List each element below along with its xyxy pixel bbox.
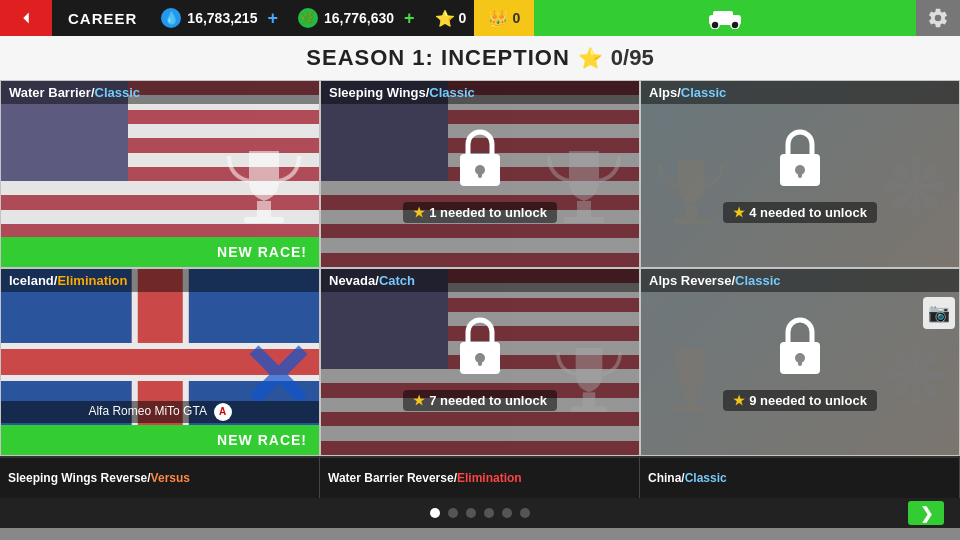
svg-rect-16 bbox=[798, 170, 802, 178]
cell-alps-reverse-mode: Classic bbox=[735, 273, 781, 288]
new-race-iceland[interactable]: NEW RACE! bbox=[1, 425, 319, 455]
dot-1[interactable] bbox=[430, 508, 440, 518]
crown-count: 0 bbox=[512, 10, 520, 26]
dot-2[interactable] bbox=[448, 508, 458, 518]
lock-content-nevada: ★ 7 needed to unlock bbox=[403, 314, 557, 411]
lock-content-alps: ★ 4 needed to unlock bbox=[723, 126, 877, 223]
lock-overlay-sleeping-wings: ★ 1 needed to unlock bbox=[321, 81, 639, 267]
add-green-button[interactable]: + bbox=[400, 8, 419, 29]
pagination-bar: ❯ bbox=[0, 498, 960, 528]
unlock-text-alps-reverse: ★ 9 needed to unlock bbox=[723, 390, 877, 411]
svg-rect-21 bbox=[478, 358, 482, 366]
car-label-iceland: Alfa Romeo MiTo GTA Α bbox=[1, 401, 319, 423]
svg-point-3 bbox=[731, 21, 739, 29]
svg-rect-11 bbox=[478, 170, 482, 178]
season-progress: 0/95 bbox=[611, 45, 654, 71]
car-button[interactable] bbox=[534, 0, 916, 36]
lock-overlay-alps: ★ 4 needed to unlock bbox=[641, 81, 959, 267]
star-icon: ⭐ bbox=[435, 9, 455, 28]
bottom-label-2: Water Barrier Reverse/Elimination bbox=[328, 471, 522, 485]
green-currency-icon: 🌿 bbox=[298, 8, 318, 28]
cell-nevada[interactable]: Nevada/Catch ★ 7 needed to unlock bbox=[320, 268, 640, 456]
lock-overlay-nevada: ★ 7 needed to unlock bbox=[321, 269, 639, 455]
season-title-bar: SEASON 1: INCEPTION ⭐ 0/95 bbox=[0, 36, 960, 80]
grid-area: Water Barrier/Classic NEW RACE! Sleeping… bbox=[0, 80, 960, 498]
camera-badge: 📷 bbox=[923, 297, 955, 329]
back-button[interactable] bbox=[0, 0, 52, 36]
gear-button[interactable] bbox=[916, 0, 960, 36]
cell-alps-mode: Classic bbox=[681, 85, 727, 100]
cell-sleeping-wings-mode: Classic bbox=[429, 85, 475, 100]
crown-icon: 👑 bbox=[488, 9, 508, 28]
cell-alps-reverse[interactable]: ❋ 📷 Alps Reverse/Classic ★ bbox=[640, 268, 960, 456]
bottom-china[interactable]: China/Classic bbox=[640, 456, 960, 498]
lock-content: ★ 1 needed to unlock bbox=[403, 126, 557, 223]
next-button[interactable]: ❯ bbox=[908, 501, 944, 525]
green-currency-group: 🌿 16,776,630 + bbox=[290, 8, 427, 29]
cell-alps-label: Alps/Classic bbox=[641, 81, 959, 104]
cell-water-barrier[interactable]: Water Barrier/Classic NEW RACE! bbox=[0, 80, 320, 268]
lock-content-alps-reverse: ★ 9 needed to unlock bbox=[723, 314, 877, 411]
cell-water-barrier-mode: Classic bbox=[95, 85, 141, 100]
pagination-dots bbox=[52, 508, 908, 518]
svg-point-2 bbox=[711, 21, 719, 29]
season-star-icon: ⭐ bbox=[578, 46, 603, 70]
blue-currency-value: 16,783,215 bbox=[187, 10, 257, 26]
cell-nevada-mode: Catch bbox=[379, 273, 415, 288]
star-count: 0 bbox=[459, 10, 467, 26]
crown-button[interactable]: 👑 0 bbox=[474, 0, 534, 36]
cell-water-barrier-label: Water Barrier/Classic bbox=[1, 81, 319, 104]
new-race-water-barrier[interactable]: NEW RACE! bbox=[1, 237, 319, 267]
dot-6[interactable] bbox=[520, 508, 530, 518]
unlock-text-sleeping-wings: ★ 1 needed to unlock bbox=[403, 202, 557, 223]
svg-rect-26 bbox=[798, 358, 802, 366]
cell-iceland-label: Iceland/Elimination bbox=[1, 269, 319, 292]
bottom-label-3: China/Classic bbox=[648, 471, 727, 485]
svg-rect-4 bbox=[257, 201, 271, 217]
career-label: CAREER bbox=[52, 10, 153, 27]
bottom-water-barrier-reverse[interactable]: Water Barrier Reverse/Elimination bbox=[320, 456, 640, 498]
cell-iceland-mode: Elimination bbox=[57, 273, 127, 288]
blue-currency-group: 💧 16,783,215 + bbox=[153, 8, 290, 29]
top-bar: CAREER 💧 16,783,215 + 🌿 16,776,630 + ⭐ 0… bbox=[0, 0, 960, 36]
bottom-label-1: Sleeping Wings Reverse/Versus bbox=[8, 471, 190, 485]
bottom-sleeping-wings-reverse[interactable]: Sleeping Wings Reverse/Versus bbox=[0, 456, 320, 498]
cell-sleeping-wings-label: Sleeping Wings/Classic bbox=[321, 81, 639, 104]
unlock-text-alps: ★ 4 needed to unlock bbox=[723, 202, 877, 223]
blue-currency-icon: 💧 bbox=[161, 8, 181, 28]
cell-sleeping-wings[interactable]: Sleeping Wings/Classic ★ 1 needed to unl… bbox=[320, 80, 640, 268]
unlock-text-nevada: ★ 7 needed to unlock bbox=[403, 390, 557, 411]
cell-iceland[interactable]: ✕ Iceland/Elimination Alfa Romeo MiTo GT… bbox=[0, 268, 320, 456]
cell-alps[interactable]: ❋ Alps/Classic ★ bbox=[640, 80, 960, 268]
dot-5[interactable] bbox=[502, 508, 512, 518]
cell-nevada-label: Nevada/Catch bbox=[321, 269, 639, 292]
add-blue-button[interactable]: + bbox=[263, 8, 282, 29]
cell-alps-reverse-label: Alps Reverse/Classic bbox=[641, 269, 959, 292]
green-currency-value: 16,776,630 bbox=[324, 10, 394, 26]
star-group: ⭐ 0 bbox=[427, 9, 475, 28]
dot-3[interactable] bbox=[466, 508, 476, 518]
svg-rect-5 bbox=[244, 217, 284, 223]
svg-rect-1 bbox=[713, 11, 733, 19]
lock-overlay-alps-reverse: ★ 9 needed to unlock bbox=[641, 269, 959, 455]
dot-4[interactable] bbox=[484, 508, 494, 518]
season-title: SEASON 1: INCEPTION bbox=[306, 45, 569, 71]
